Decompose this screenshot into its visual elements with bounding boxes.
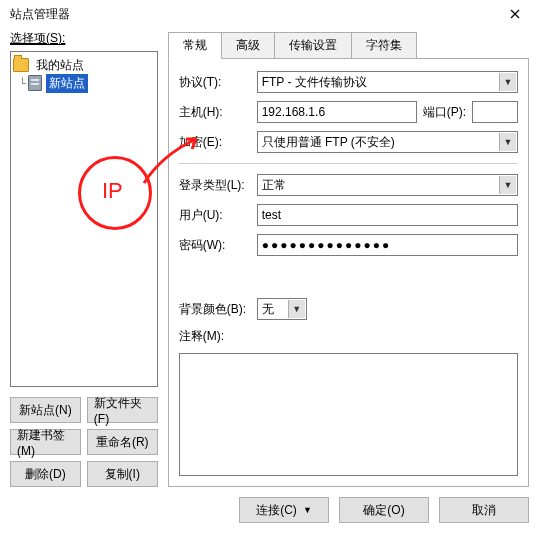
row-encryption: 加密(E): 只使用普通 FTP (不安全) ▼ (179, 131, 518, 153)
titlebar: 站点管理器 (0, 0, 539, 28)
new-folder-button[interactable]: 新文件夹(F) (87, 397, 158, 423)
protocol-select[interactable]: FTP - 文件传输协议 ▼ (257, 71, 518, 93)
chevron-down-icon: ▼ (499, 73, 516, 91)
tree-connector-icon: └ (19, 77, 26, 90)
ok-button[interactable]: 确定(O) (339, 497, 429, 523)
select-entry-label: 选择项(S): (10, 28, 158, 51)
site-manager-window: 站点管理器 选择项(S): 我的站点 └ 新站点 新站点(N (0, 0, 539, 533)
new-bookmark-button[interactable]: 新建书签(M) (10, 429, 81, 455)
row-password: 密码(W): (179, 234, 518, 256)
chevron-down-icon: ▼ (303, 505, 312, 515)
row-bgcolor: 背景颜色(B): 无 ▼ (179, 298, 518, 320)
encryption-label: 加密(E): (179, 134, 251, 151)
tab-charset[interactable]: 字符集 (351, 32, 417, 58)
port-input[interactable] (472, 101, 518, 123)
host-input[interactable] (257, 101, 417, 123)
new-site-button[interactable]: 新站点(N) (10, 397, 81, 423)
right-pane: 常规 高级 传输设置 字符集 协议(T): FTP - 文件传输协议 ▼ 主机(… (168, 28, 529, 487)
row-user: 用户(U): (179, 204, 518, 226)
tab-general[interactable]: 常规 (168, 32, 222, 59)
user-label: 用户(U): (179, 207, 251, 224)
encryption-select[interactable]: 只使用普通 FTP (不安全) ▼ (257, 131, 518, 153)
user-input[interactable] (257, 204, 518, 226)
port-label: 端口(P): (423, 104, 466, 121)
left-pane: 选择项(S): 我的站点 └ 新站点 新站点(N) 新文件夹(F) 新建书签(M… (10, 28, 158, 487)
tree-site[interactable]: └ 新站点 (13, 74, 155, 92)
bgcolor-label: 背景颜色(B): (179, 301, 251, 318)
rename-button[interactable]: 重命名(R) (87, 429, 158, 455)
row-protocol: 协议(T): FTP - 文件传输协议 ▼ (179, 71, 518, 93)
copy-button[interactable]: 复制(I) (87, 461, 158, 487)
chevron-down-icon: ▼ (499, 133, 516, 151)
tree-root[interactable]: 我的站点 (13, 56, 155, 74)
close-icon (510, 9, 520, 19)
delete-button[interactable]: 删除(D) (10, 461, 81, 487)
comment-label: 注释(M): (179, 328, 518, 345)
left-buttons: 新站点(N) 新文件夹(F) 新建书签(M) 重命名(R) 删除(D) 复制(I… (10, 397, 158, 487)
comment-textarea[interactable] (179, 353, 518, 476)
cancel-button[interactable]: 取消 (439, 497, 529, 523)
divider (179, 163, 518, 164)
chevron-down-icon: ▼ (288, 300, 305, 318)
logon-label: 登录类型(L): (179, 177, 251, 194)
tree-root-label: 我的站点 (33, 56, 87, 75)
row-host: 主机(H): 端口(P): (179, 101, 518, 123)
tab-page-general: 协议(T): FTP - 文件传输协议 ▼ 主机(H): 端口(P): 加密(E… (168, 58, 529, 487)
footer: 连接(C)▼ 确定(O) 取消 (0, 487, 539, 533)
tab-transfer[interactable]: 传输设置 (274, 32, 352, 58)
password-label: 密码(W): (179, 237, 251, 254)
bgcolor-select[interactable]: 无 ▼ (257, 298, 307, 320)
connect-button[interactable]: 连接(C)▼ (239, 497, 329, 523)
logon-select[interactable]: 正常 ▼ (257, 174, 518, 196)
server-icon (28, 75, 42, 91)
tree-site-label: 新站点 (46, 74, 88, 93)
close-button[interactable] (495, 2, 535, 26)
host-label: 主机(H): (179, 104, 251, 121)
folder-icon (13, 58, 29, 72)
chevron-down-icon: ▼ (499, 176, 516, 194)
tabs: 常规 高级 传输设置 字符集 (168, 34, 529, 58)
protocol-label: 协议(T): (179, 74, 251, 91)
window-title: 站点管理器 (10, 6, 495, 23)
row-logon: 登录类型(L): 正常 ▼ (179, 174, 518, 196)
tab-advanced[interactable]: 高级 (221, 32, 275, 58)
password-input[interactable] (257, 234, 518, 256)
site-tree[interactable]: 我的站点 └ 新站点 (10, 51, 158, 387)
